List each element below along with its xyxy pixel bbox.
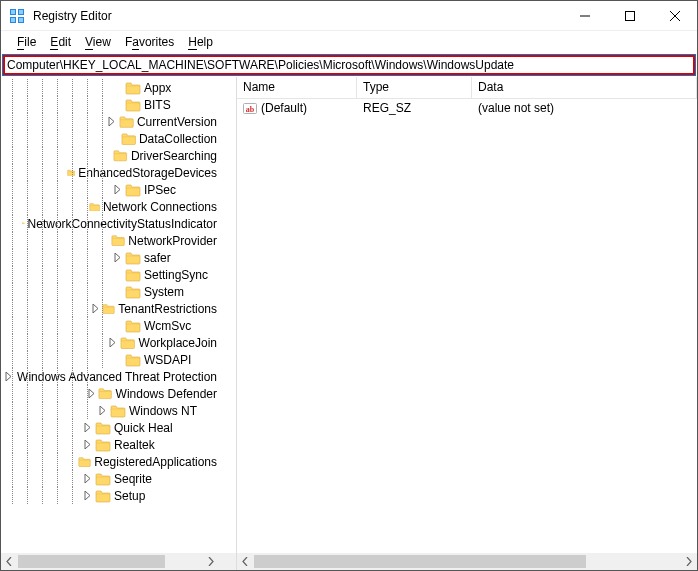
- tree-item[interactable]: BITS: [1, 96, 219, 113]
- string-value-icon: ab: [243, 101, 257, 115]
- tree-item[interactable]: WcmSvc: [1, 317, 219, 334]
- tree-item-label: Seqrite: [114, 472, 154, 486]
- tree-item[interactable]: Windows NT: [1, 402, 219, 419]
- column-name[interactable]: Name: [237, 77, 357, 98]
- folder-icon: [125, 319, 141, 333]
- tree-item-label: System: [144, 285, 186, 299]
- tree-item-label: Windows Advanced Threat Protection: [17, 370, 219, 384]
- tree-item[interactable]: CurrentVersion: [1, 113, 219, 130]
- tree-expander[interactable]: [106, 338, 119, 347]
- tree-item-label: WorkplaceJoin: [139, 336, 219, 350]
- folder-icon: [89, 200, 100, 214]
- svg-rect-4: [11, 10, 15, 14]
- tree-item[interactable]: Windows Advanced Threat Protection: [1, 368, 219, 385]
- tree-item-label: SettingSync: [144, 268, 210, 282]
- tree-item[interactable]: NetworkProvider: [1, 232, 219, 249]
- folder-icon: [125, 268, 141, 282]
- tree-item[interactable]: System: [1, 283, 219, 300]
- tree-pane: AppxBITSCurrentVersionDataCollectionDriv…: [1, 77, 237, 570]
- scroll-right-icon[interactable]: [202, 553, 219, 570]
- tree-item-label: Windows NT: [129, 404, 199, 418]
- scroll-track[interactable]: [18, 553, 202, 570]
- value-rows: ab(Default)REG_SZ(value not set): [237, 99, 697, 117]
- tree-item-label: NetworkProvider: [128, 234, 219, 248]
- folder-icon: [119, 115, 134, 129]
- column-data[interactable]: Data: [472, 77, 697, 98]
- tree-expander[interactable]: [80, 491, 94, 500]
- value-scroll[interactable]: Name Type Data ab(Default)REG_SZ(value n…: [237, 77, 697, 553]
- tree-item[interactable]: SettingSync: [1, 266, 219, 283]
- tree-item[interactable]: Network Connections: [1, 198, 219, 215]
- tree-item-label: DataCollection: [139, 132, 219, 146]
- folder-icon: [125, 81, 141, 95]
- value-row[interactable]: ab(Default)REG_SZ(value not set): [237, 99, 697, 117]
- tree-expander[interactable]: [110, 253, 124, 262]
- scroll-corner: [219, 553, 236, 570]
- address-input[interactable]: [7, 58, 691, 72]
- scroll-thumb[interactable]: [254, 555, 586, 568]
- tree-item[interactable]: Setup: [1, 487, 219, 504]
- tree-item[interactable]: TenantRestrictions: [1, 300, 219, 317]
- folder-icon: [95, 421, 111, 435]
- tree: AppxBITSCurrentVersionDataCollectionDriv…: [1, 77, 219, 504]
- tree-expander[interactable]: [80, 474, 94, 483]
- minimize-button[interactable]: [562, 1, 607, 30]
- column-type[interactable]: Type: [357, 77, 472, 98]
- addressbar[interactable]: [3, 55, 695, 75]
- scroll-right-icon[interactable]: [680, 553, 697, 570]
- folder-icon: [125, 98, 141, 112]
- tree-item[interactable]: Appx: [1, 79, 219, 96]
- tree-item-label: WcmSvc: [144, 319, 193, 333]
- folder-icon: [95, 472, 111, 486]
- tree-item[interactable]: WSDAPI: [1, 351, 219, 368]
- tree-item[interactable]: RegisteredApplications: [1, 453, 219, 470]
- scroll-left-icon[interactable]: [1, 553, 18, 570]
- tree-item-label: Realtek: [114, 438, 157, 452]
- menu-view[interactable]: View: [79, 33, 117, 51]
- titlebar: Registry Editor: [1, 1, 697, 31]
- tree-item[interactable]: WorkplaceJoin: [1, 334, 219, 351]
- svg-text:ab: ab: [246, 105, 255, 114]
- window-title: Registry Editor: [33, 9, 562, 23]
- tree-item-label: BITS: [144, 98, 173, 112]
- value-name: (Default): [261, 101, 307, 115]
- tree-item[interactable]: Quick Heal: [1, 419, 219, 436]
- tree-expander[interactable]: [80, 423, 94, 432]
- tree-item[interactable]: Realtek: [1, 436, 219, 453]
- tree-item[interactable]: NetworkConnectivityStatusIndicator: [1, 215, 219, 232]
- tree-item[interactable]: DriverSearching: [1, 147, 219, 164]
- tree-hscrollbar[interactable]: [1, 553, 219, 570]
- tree-item[interactable]: EnhancedStorageDevices: [1, 164, 219, 181]
- tree-expander[interactable]: [90, 304, 101, 313]
- value-hscrollbar[interactable]: [237, 553, 697, 570]
- addressbar-container: [1, 55, 697, 75]
- tree-expander[interactable]: [80, 440, 94, 449]
- tree-item-label: EnhancedStorageDevices: [78, 166, 219, 180]
- tree-expander[interactable]: [110, 185, 124, 194]
- tree-item[interactable]: IPSec: [1, 181, 219, 198]
- tree-item[interactable]: Seqrite: [1, 470, 219, 487]
- scroll-thumb[interactable]: [18, 555, 165, 568]
- folder-icon: [110, 404, 126, 418]
- tree-item-label: CurrentVersion: [137, 115, 219, 129]
- scroll-track[interactable]: [254, 553, 680, 570]
- menubar: File Edit View Favorites Help: [1, 31, 697, 55]
- menu-help[interactable]: Help: [182, 33, 219, 51]
- close-button[interactable]: [652, 1, 697, 30]
- scroll-left-icon[interactable]: [237, 553, 254, 570]
- maximize-button[interactable]: [607, 1, 652, 30]
- tree-expander[interactable]: [104, 117, 117, 126]
- value-data: (value not set): [472, 101, 697, 115]
- tree-item[interactable]: DataCollection: [1, 130, 219, 147]
- tree-item[interactable]: Windows Defender: [1, 385, 219, 402]
- menu-favorites[interactable]: Favorites: [119, 33, 180, 51]
- tree-expander[interactable]: [95, 406, 109, 415]
- tree-item[interactable]: safer: [1, 249, 219, 266]
- menu-edit[interactable]: Edit: [44, 33, 77, 51]
- folder-icon: [121, 132, 136, 146]
- folder-icon: [120, 336, 135, 350]
- folder-icon: [98, 387, 112, 401]
- menu-file[interactable]: File: [11, 33, 42, 51]
- tree-scroll[interactable]: AppxBITSCurrentVersionDataCollectionDriv…: [1, 77, 219, 553]
- tree-item-label: safer: [144, 251, 173, 265]
